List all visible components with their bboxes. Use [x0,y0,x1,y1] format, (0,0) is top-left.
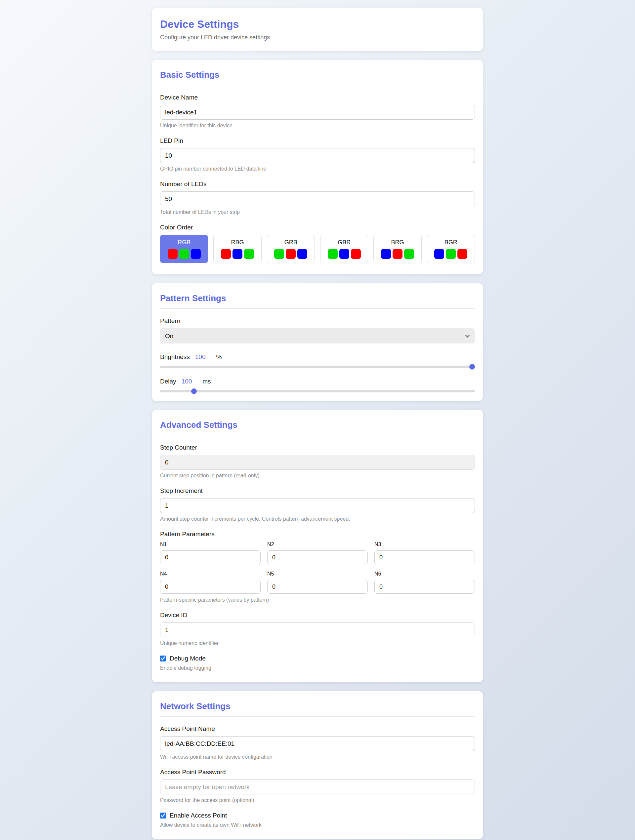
device-id-label: Device ID [160,611,475,619]
param-n1-input[interactable] [160,550,261,564]
color-order-option-label: GRB [284,239,297,246]
pattern-parameters-field: Pattern Parameters N1 N2 N3 N4 [160,531,475,603]
color-swatch [351,249,361,259]
param-n4-input[interactable] [160,580,261,594]
param-n6-input[interactable] [374,580,475,594]
brightness-label: Brightness [160,354,190,361]
color-swatch [179,249,189,259]
param-n3-label: N3 [374,542,475,548]
device-id-input[interactable] [160,622,475,637]
param-n2-input[interactable] [267,550,368,564]
color-swatches [434,249,467,259]
section-divider [160,435,475,435]
brightness-group: Brightness 100 % [160,354,475,368]
device-id-field: Device ID Unique numeric identifier [160,611,475,646]
color-swatch [328,249,338,259]
section-divider [160,716,475,717]
brightness-head: Brightness 100 % [160,354,475,361]
advanced-settings-heading: Advanced Settings [160,420,475,430]
pattern-label: Pattern [160,317,475,325]
color-swatches [274,249,307,259]
param-n6: N6 [374,571,475,594]
param-n5: N5 [267,571,368,594]
color-swatch [393,249,402,259]
color-order-option-bgr[interactable]: BGR [427,235,475,263]
color-swatch [297,249,307,259]
color-order-option-gbr[interactable]: GBR [320,235,368,263]
enable-ap-help: Allow device to create its own WiFi netw… [160,822,475,828]
color-order-option-label: BGR [445,239,458,246]
color-order-option-brg[interactable]: BRG [374,235,421,263]
pattern-settings-heading: Pattern Settings [160,293,475,303]
led-pin-input[interactable] [160,148,475,163]
delay-unit: ms [203,378,211,385]
ap-password-input[interactable] [160,780,475,794]
param-n1: N1 [160,542,261,564]
step-counter-input [160,455,475,470]
delay-group: Delay 100 ms [160,378,475,392]
advanced-settings-card: Advanced Settings Step Counter Current s… [152,410,483,682]
num-leds-label: Number of LEDs [160,180,475,188]
color-swatch [233,249,242,259]
num-leds-field: Number of LEDs Total number of LEDs in y… [160,180,475,215]
color-swatch [339,249,349,259]
color-swatches [221,249,254,259]
param-n3-input[interactable] [374,550,475,564]
param-n2-label: N2 [267,542,368,548]
network-settings-card: Network Settings Access Point Name WiFi … [152,691,483,839]
device-name-field: Device Name Unique identifier for this d… [160,94,475,129]
pattern-select-wrap: On [160,328,475,343]
ap-name-field: Access Point Name WiFi access point name… [160,725,475,760]
color-order-option-rbg[interactable]: RBG [213,235,261,263]
color-swatch [404,249,414,259]
color-swatches [168,249,201,259]
color-order-option-rgb[interactable]: RGB [160,235,208,263]
ap-name-input[interactable] [160,736,475,751]
color-order-option-label: RBG [231,239,244,246]
step-counter-label: Step Counter [160,444,475,451]
step-increment-input[interactable] [160,498,475,513]
param-n2: N2 [267,542,368,564]
param-n6-label: N6 [374,571,475,577]
enable-ap-checkbox[interactable] [160,813,166,818]
delay-slider[interactable] [160,390,475,392]
pattern-parameters-help: Pattern-specific parameters (varies by p… [160,597,475,603]
color-order-option-label: GBR [338,239,351,246]
color-swatch [434,249,444,259]
num-leds-input[interactable] [160,191,475,206]
ap-password-field: Access Point Password Password for the a… [160,769,475,803]
pattern-select[interactable]: On [160,328,475,343]
color-swatch [446,249,456,259]
color-swatch [286,249,296,259]
color-swatch [221,249,231,259]
param-n4-label: N4 [160,571,261,577]
brightness-unit: % [216,354,222,361]
param-n5-label: N5 [267,571,368,577]
step-increment-label: Step Increment [160,487,475,494]
device-name-input[interactable] [160,105,475,120]
color-swatch [381,249,391,259]
network-settings-heading: Network Settings [160,701,475,711]
color-order-option-grb[interactable]: GRB [267,235,315,263]
brightness-slider[interactable] [160,366,475,368]
color-order-group: RGB RBG GRB [160,235,475,263]
step-counter-field: Step Counter Current step position in pa… [160,444,475,479]
pattern-settings-card: Pattern Settings Pattern On Brightness 1… [152,283,483,401]
enable-ap-row: Enable Access Point [160,812,475,819]
color-swatch [458,249,467,259]
param-n1-label: N1 [160,542,261,548]
section-divider [160,85,475,85]
color-order-label: Color Order [160,224,475,231]
pattern-parameters-label: Pattern Parameters [160,531,475,538]
led-pin-help: GPIO pin number connected to LED data li… [160,166,475,172]
ap-name-help: WiFi access point name for device config… [160,754,475,760]
color-swatch [244,249,254,259]
page-title: Device Settings [160,18,475,30]
debug-mode-label: Debug Mode [169,655,206,662]
brightness-value: 100 [195,354,206,361]
color-swatch [168,249,177,259]
settings-page: Device Settings Configure your LED drive… [152,0,483,840]
basic-settings-card: Basic Settings Device Name Unique identi… [152,60,483,275]
param-n5-input[interactable] [267,580,368,594]
debug-mode-checkbox[interactable] [160,655,166,662]
